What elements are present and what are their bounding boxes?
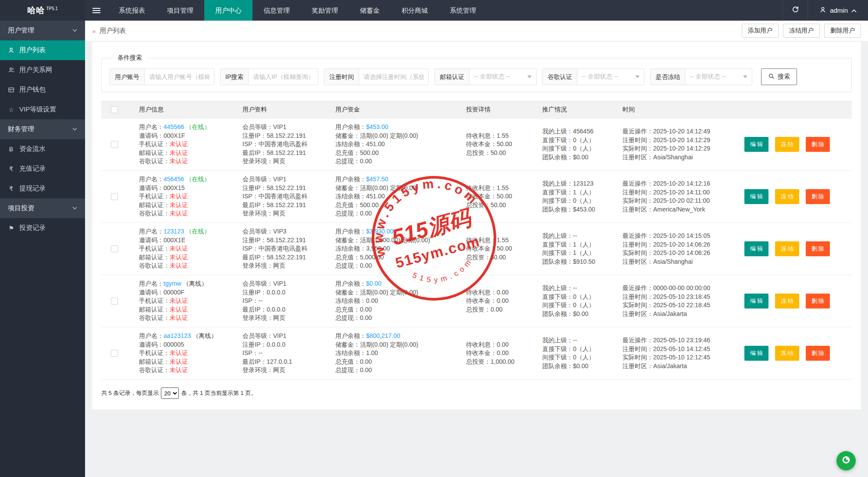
field-label: 待收本金： — [466, 193, 497, 200]
edit-button[interactable]: 编辑 — [744, 346, 768, 361]
sidebar-item-VIP等级设置[interactable]: ☆VIP等级设置 — [0, 100, 85, 119]
search-button[interactable]: 搜索 — [761, 68, 797, 85]
refresh-button[interactable] — [783, 0, 808, 21]
user-profile-cell: 会员等级：VIP1注册IP：0.0.0.0ISP：--最后IP：127.0.0.… — [231, 332, 324, 375]
sidebar-item-用户钱包[interactable]: 用户钱包 — [0, 80, 85, 100]
edit-button[interactable]: 编辑 — [744, 137, 768, 152]
field-reg_ip: 注册IP：58.152.22.191 — [242, 236, 324, 245]
frozen-status-select[interactable]: -- 全部状态 -- — [685, 69, 752, 85]
account-search-input[interactable] — [145, 69, 214, 85]
freeze-button[interactable]: 冻结 — [775, 189, 799, 204]
freeze-user-button[interactable]: 冻结用户 — [783, 24, 820, 38]
row-checkbox[interactable] — [111, 141, 118, 148]
nav-item-2[interactable]: 项目管理 — [156, 0, 204, 21]
field-last_op: 最近操作：2025-05-10 23:19:46 — [623, 336, 729, 345]
promotion-cell: 我的上级：--直接下级：0（人）间接下级：0（人）团队余额：$0.00 — [531, 284, 611, 318]
sidebar-item-投资记录[interactable]: ⚑投资记录 — [0, 218, 85, 238]
row-actions-cell: 编辑冻结删除 — [729, 137, 852, 152]
freeze-button[interactable]: 冻结 — [775, 346, 799, 361]
delete-button[interactable]: 删除 — [806, 241, 830, 256]
user-funds-cell: 用户余额：$457.50储蓄金：活期(0.00) 定期(0.00)冻结余额：45… — [324, 175, 455, 218]
delete-button[interactable]: 删除 — [806, 189, 830, 204]
sidebar-item-用户关系网[interactable]: 用户关系网 — [0, 60, 85, 80]
field-label: 总充值： — [335, 306, 360, 313]
delete-button[interactable]: 删除 — [806, 137, 830, 152]
field-savings: 储蓄金：活期(0.00) 定期(0.00) — [335, 132, 455, 140]
freeze-button[interactable]: 冻结 — [775, 137, 799, 152]
username-link[interactable]: 456456 — [164, 176, 184, 183]
row-checkbox[interactable] — [111, 350, 118, 357]
delete-button[interactable]: 删除 — [806, 346, 830, 361]
field-reg_time: 注册时间：2025-10-20 14:06:26 — [623, 240, 729, 249]
field-label: 储蓄金： — [335, 237, 360, 244]
username-link[interactable]: 445566 — [164, 123, 184, 130]
sidebar-item-充值记录[interactable]: ₹充值记录 — [0, 159, 85, 179]
chevron-down-icon — [72, 207, 77, 210]
field-value: 50.00 — [491, 254, 506, 261]
field-label: 谷歌认证： — [139, 314, 170, 321]
field-value: 1（人） — [573, 189, 595, 196]
field-label: 总投资： — [466, 254, 491, 261]
email-auth-select[interactable]: -- 全部状态 -- — [470, 69, 536, 85]
nav-item-5[interactable]: 奖励管理 — [301, 0, 349, 21]
field-phone: 手机认证：未认证 — [139, 140, 231, 149]
promotion-cell: 我的上级：--直接下级：0（人）间接下级：0（人）团队余额：$0.00 — [531, 336, 611, 370]
sidebar-group-label: 项目投资 — [8, 204, 34, 212]
row-checkbox-cell — [101, 350, 128, 357]
field-value: $0.00 — [366, 280, 381, 287]
user-menu[interactable]: admin — [808, 0, 868, 21]
edit-button[interactable]: 编辑 — [744, 294, 768, 308]
field-value: 网页 — [273, 210, 285, 217]
field-value: Asia/Shanghai — [653, 154, 693, 161]
field-label: 团队余额： — [542, 154, 573, 161]
invest-detail-cell: 待收利息：1.55待收本金：50.00总投资：50.00 — [455, 236, 531, 262]
nav-item-3[interactable]: 用户中心 — [204, 0, 253, 21]
username-link[interactable]: 123123 — [164, 228, 184, 235]
field-vip: 会员等级：VIP1 — [242, 332, 324, 341]
field-label: 冻结余额： — [335, 349, 366, 356]
field-value: VIP1 — [273, 280, 286, 287]
floating-action-button[interactable] — [836, 451, 856, 470]
nav-item-4[interactable]: 信息管理 — [253, 0, 301, 21]
ip-search-input[interactable] — [249, 69, 318, 85]
add-user-button[interactable]: 添加用户 — [742, 24, 779, 38]
nav-item-1[interactable]: 系统报表 — [108, 0, 156, 21]
delete-button[interactable]: 删除 — [806, 294, 830, 308]
page-size-select[interactable]: 20 — [161, 387, 179, 399]
google-auth-select[interactable]: -- 全部状态 -- — [577, 69, 644, 85]
username-link[interactable]: tgymw — [164, 280, 181, 287]
select-all-checkbox[interactable] — [111, 106, 118, 113]
sidebar-item-资金流水[interactable]: Ƀ资金流水 — [0, 139, 85, 159]
sidebar-item-提现记录[interactable]: ₹提现记录 — [0, 179, 85, 198]
nav-item-6[interactable]: 储蓄金 — [349, 0, 391, 21]
field-recharge: 总充值：5,000.00 — [335, 253, 455, 262]
nav-item-7[interactable]: 积分商城 — [391, 0, 439, 21]
row-checkbox-cell — [101, 193, 128, 200]
freeze-button[interactable]: 冻结 — [775, 241, 799, 256]
row-checkbox[interactable] — [111, 193, 118, 200]
field-value: 0.0.0.0 — [267, 341, 285, 348]
sidebar-group-财务管理[interactable]: 财务管理 — [0, 119, 85, 139]
register-time-input[interactable] — [359, 69, 428, 85]
field-value: 中国香港电讯盈科 — [259, 193, 308, 200]
field-label: 间接下级： — [542, 145, 573, 152]
hamburger-menu-icon[interactable] — [85, 0, 108, 21]
username-link[interactable]: aa123123 — [164, 332, 191, 339]
delete-user-button[interactable]: 删除用户 — [824, 24, 861, 38]
edit-button[interactable]: 编辑 — [744, 241, 768, 256]
sidebar-group-用户管理[interactable]: 用户管理 — [0, 21, 85, 40]
user-info-cell: 用户名：445566 （在线）邀请码：000X1F手机认证：未认证邮箱认证：未认… — [128, 123, 231, 166]
row-checkbox[interactable] — [111, 298, 118, 305]
freeze-button[interactable]: 冻结 — [775, 294, 799, 308]
edit-button[interactable]: 编辑 — [744, 189, 768, 204]
sidebar-item-label: 用户钱包 — [19, 86, 46, 94]
sidebar-group-label: 用户管理 — [8, 26, 34, 35]
sidebar-item-用户列表[interactable]: 用户列表 — [0, 40, 85, 60]
field-value: 0（人） — [573, 293, 595, 300]
field-value: 123123 — [573, 180, 594, 187]
sidebar-group-项目投资[interactable]: 项目投资 — [0, 198, 85, 218]
row-checkbox[interactable] — [111, 245, 118, 252]
ip-search-group: IP搜索 — [220, 68, 318, 85]
nav-item-8[interactable]: 系统管理 — [439, 0, 487, 21]
field-value: 2025-10-20 14:12:16 — [653, 180, 710, 187]
